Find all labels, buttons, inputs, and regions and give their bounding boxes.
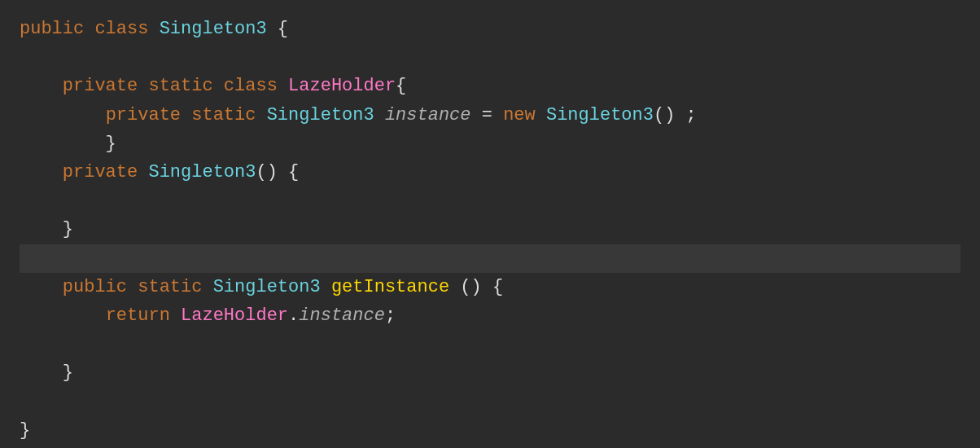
code-token: [20, 273, 63, 301]
code-editor: public class Singleton3 { private static…: [0, 0, 980, 448]
code-line: [20, 244, 960, 273]
code-token: [20, 301, 106, 330]
code-line: public static Singleton3 getInstance () …: [20, 273, 960, 301]
code-token: =: [471, 101, 504, 130]
code-token: static: [138, 273, 202, 301]
code-token: static: [148, 72, 212, 100]
code-line: private Singleton3() {: [20, 158, 960, 187]
code-token: instance: [385, 101, 471, 130]
code-token: Singleton3: [213, 273, 321, 301]
code-token: Singleton3: [267, 101, 374, 130]
code-token: [256, 101, 266, 130]
code-token: ;: [385, 301, 396, 330]
code-token: () ;: [654, 101, 697, 130]
code-line: private static Singleton3 instance = new…: [20, 101, 960, 130]
code-token: [278, 72, 288, 100]
code-token: return: [106, 301, 170, 330]
code-token: }: [20, 358, 73, 387]
code-line: [20, 330, 960, 358]
code-line: public class Singleton3 {: [20, 15, 960, 43]
code-line: }: [20, 358, 960, 387]
code-token: new: [503, 101, 536, 130]
code-token: }: [20, 416, 30, 445]
code-token: [84, 15, 94, 43]
code-token: [170, 301, 181, 330]
code-token: [138, 158, 148, 187]
code-token: Singleton3: [546, 101, 654, 130]
code-token: () {: [256, 158, 299, 187]
code-token: static: [191, 101, 256, 130]
code-token: [127, 273, 138, 301]
code-token: instance: [299, 301, 385, 330]
code-token: private: [63, 72, 138, 100]
code-token: }: [20, 215, 73, 244]
code-token: Singleton3: [148, 158, 256, 187]
code-line: [20, 187, 960, 215]
code-token: {: [396, 72, 406, 100]
code-line: }: [20, 215, 960, 244]
code-token: [181, 101, 191, 130]
code-token: LazeHolder: [288, 72, 396, 100]
code-token: .: [288, 301, 299, 330]
code-token: class: [94, 15, 148, 43]
code-token: class: [224, 72, 278, 100]
code-token: [213, 72, 224, 100]
code-line: private static class LazeHolder{: [20, 72, 960, 100]
code-token: [202, 273, 212, 301]
code-token: [536, 101, 546, 130]
code-line: return LazeHolder.instance;: [20, 301, 960, 330]
code-line: [20, 43, 960, 72]
code-token: private: [106, 101, 181, 130]
code-token: [20, 158, 63, 187]
code-token: getInstance: [331, 273, 449, 301]
code-line: }: [20, 416, 960, 445]
code-token: [374, 101, 385, 130]
code-token: }: [20, 130, 116, 158]
code-token: public: [20, 15, 84, 43]
code-line: }: [20, 130, 960, 158]
code-token: private: [63, 158, 138, 187]
code-token: public: [63, 273, 127, 301]
code-token: Singleton3: [160, 15, 267, 43]
code-token: () {: [449, 273, 503, 301]
code-token: {: [267, 15, 288, 43]
code-token: [321, 273, 331, 301]
code-token: LazeHolder: [181, 301, 288, 330]
code-token: [20, 72, 63, 100]
code-token: [20, 101, 106, 130]
code-line: [20, 387, 960, 415]
code-token: [138, 72, 148, 100]
code-token: [148, 15, 159, 43]
